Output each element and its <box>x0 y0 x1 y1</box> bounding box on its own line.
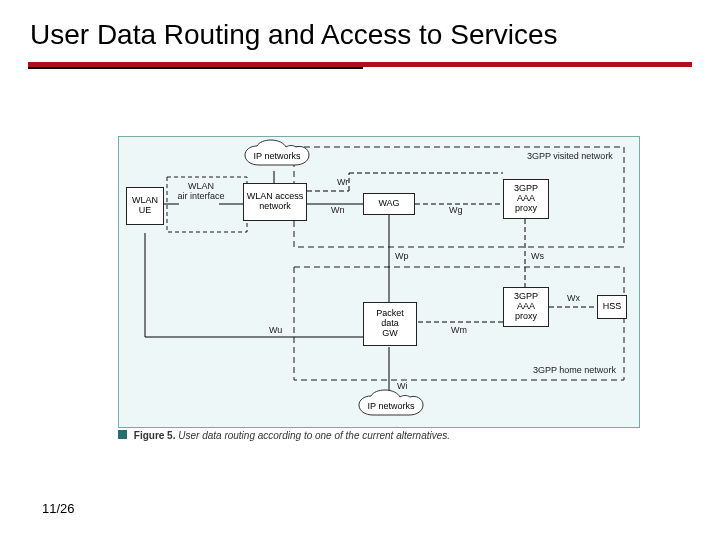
node-aaa-home: 3GPPAAAproxy <box>503 287 549 327</box>
figure-caption-text: User data routing according to one of th… <box>178 430 450 441</box>
page-title: User Data Routing and Access to Services <box>0 0 720 58</box>
node-aaa-visited-label: 3GPPAAAproxy <box>514 184 538 214</box>
node-hss: HSS <box>597 295 627 319</box>
iface-wx: Wx <box>567 293 580 303</box>
iface-wn: Wn <box>331 205 345 215</box>
node-wag-label: WAG <box>378 199 399 209</box>
iface-wm: Wm <box>451 325 467 335</box>
slide: User Data Routing and Access to Services <box>0 0 720 540</box>
iface-wg: Wg <box>449 205 463 215</box>
region-home-label: 3GPP home network <box>533 365 616 375</box>
iface-wi: Wi <box>397 381 408 391</box>
figure-caption-number: Figure 5. <box>134 430 176 441</box>
iface-wp: Wp <box>395 251 409 261</box>
title-rule-thin <box>28 67 363 69</box>
node-wlan-ue: WLANUE <box>126 187 164 225</box>
node-wlan-ue-label: WLANUE <box>132 196 158 216</box>
cloud-ip-bottom-label: IP networks <box>355 401 427 411</box>
svg-rect-0 <box>294 147 624 247</box>
figure-caption: Figure 5. User data routing according to… <box>118 430 450 441</box>
svg-rect-1 <box>294 267 624 380</box>
figure: WLANUE WLANair interface WLAN accessnetw… <box>118 136 640 444</box>
node-packet-gw: PacketdataGW <box>363 302 417 346</box>
figure-panel: WLANUE WLANair interface WLAN accessnetw… <box>118 136 640 428</box>
cloud-ip-top: IP networks <box>241 139 313 173</box>
page-number: 11/26 <box>42 501 75 516</box>
node-aaa-visited: 3GPPAAAproxy <box>503 179 549 219</box>
node-wag: WAG <box>363 193 415 215</box>
caption-square-icon <box>118 430 127 439</box>
node-packet-gw-label: PacketdataGW <box>376 309 404 339</box>
iface-wu: Wu <box>269 325 282 335</box>
node-hss-label: HSS <box>603 302 622 312</box>
region-visited-label: 3GPP visited network <box>527 151 613 161</box>
cloud-ip-bottom: IP networks <box>355 389 427 423</box>
iface-wr: Wr <box>337 177 348 187</box>
node-aaa-home-label: 3GPPAAAproxy <box>514 292 538 322</box>
node-wlan-access-net: WLAN accessnetwork <box>243 183 307 221</box>
node-wlan-access-net-label: WLAN accessnetwork <box>247 192 304 212</box>
node-wlan-air-if: WLANair interface <box>173 181 229 201</box>
iface-ws: Ws <box>531 251 544 261</box>
cloud-ip-top-label: IP networks <box>241 151 313 161</box>
